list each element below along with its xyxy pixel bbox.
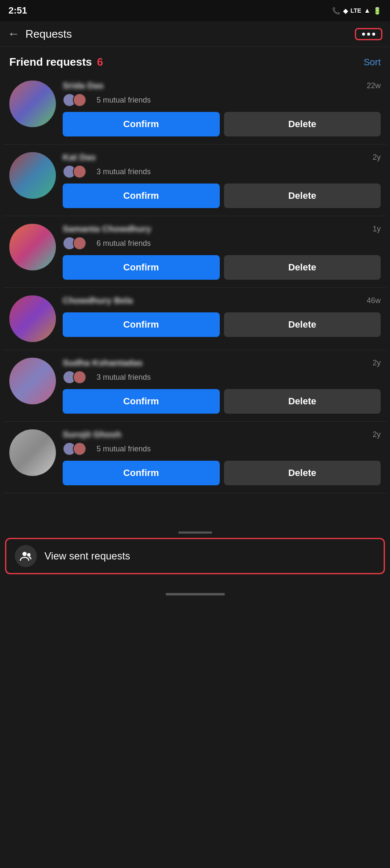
request-item-3: Samanta Chowdhury1y6 mutual friendsConfi…	[3, 216, 387, 288]
dot2	[367, 33, 370, 36]
sort-button[interactable]: Sort	[364, 57, 381, 68]
request-info-2: Kat Das2y3 mutual friendsConfirmDelete	[63, 152, 381, 208]
mutual-row-1: 5 mutual friends	[63, 93, 381, 107]
wifi-icon: ◆	[343, 7, 348, 15]
delete-button-1[interactable]: Delete	[224, 112, 381, 136]
mutual-text-2: 3 mutual friends	[97, 167, 151, 176]
more-dots	[362, 33, 375, 36]
mutual-avatar	[73, 442, 86, 456]
confirm-button-5[interactable]: Confirm	[63, 389, 220, 414]
request-time-6: 2y	[373, 430, 381, 439]
avatar-wrap-3	[9, 224, 56, 270]
mutual-avatar	[73, 165, 86, 178]
request-time-5: 2y	[373, 359, 381, 367]
svg-point-0	[22, 552, 27, 556]
mutual-avatar	[73, 93, 86, 107]
mutual-text-1: 5 mutual friends	[97, 96, 151, 105]
request-name-6: Surojit Ghosh	[63, 429, 122, 440]
mutual-row-6: 5 mutual friends	[63, 442, 381, 456]
delete-button-4[interactable]: Delete	[224, 312, 381, 337]
dot1	[362, 33, 365, 36]
svg-point-1	[27, 553, 30, 556]
confirm-button-6[interactable]: Confirm	[63, 461, 220, 485]
confirm-button-3[interactable]: Confirm	[63, 255, 220, 280]
mutual-text-3: 6 mutual friends	[97, 239, 151, 248]
request-actions-1: ConfirmDelete	[63, 112, 381, 136]
request-time-4: 46w	[367, 296, 381, 305]
dot3	[372, 33, 375, 36]
request-time-1: 22w	[367, 81, 381, 90]
avatar-wrap-5	[9, 358, 56, 404]
scroll-indicator	[0, 527, 390, 538]
request-list: Srida Das22w5 mutual friendsConfirmDelet…	[0, 73, 390, 493]
mutual-text-5: 3 mutual friends	[97, 373, 151, 382]
request-item-1: Srida Das22w5 mutual friendsConfirmDelet…	[3, 73, 387, 145]
home-bar	[166, 593, 225, 595]
friend-requests-label: Friend requests	[9, 56, 92, 69]
mutual-row-3: 6 mutual friends	[63, 236, 381, 250]
request-name-5: Sudha Kshantadas	[63, 358, 143, 368]
scroll-bar	[178, 531, 212, 534]
delete-button-5[interactable]: Delete	[224, 389, 381, 414]
delete-button-2[interactable]: Delete	[224, 184, 381, 208]
request-actions-2: ConfirmDelete	[63, 184, 381, 208]
bottom-spacer	[0, 493, 390, 527]
request-name-2: Kat Das	[63, 152, 96, 162]
avatar-wrap-4	[9, 295, 56, 342]
signal-icon: ▲	[364, 7, 371, 14]
request-item-6: Surojit Ghosh2y5 mutual friendsConfirmDe…	[3, 422, 387, 493]
mutual-avatar	[73, 370, 86, 384]
back-button[interactable]: ←	[8, 27, 19, 41]
avatar-wrap-2	[9, 152, 56, 199]
request-info-3: Samanta Chowdhury1y6 mutual friendsConfi…	[63, 224, 381, 280]
avatar-wrap-6	[9, 429, 56, 476]
request-info-5: Sudha Kshantadas2y3 mutual friendsConfir…	[63, 358, 381, 414]
request-info-4: Chowdhury Bela46wConfirmDelete	[63, 295, 381, 337]
view-sent-label: View sent requests	[44, 550, 130, 562]
view-sent-requests-button[interactable]: View sent requests	[5, 538, 385, 574]
mutual-row-5: 3 mutual friends	[63, 370, 381, 384]
status-time: 2:51	[8, 5, 27, 16]
request-name-1: Srida Das	[63, 81, 104, 91]
home-indicator	[0, 587, 390, 604]
phone-icon: 📞	[332, 7, 340, 15]
delete-button-3[interactable]: Delete	[224, 255, 381, 280]
more-options-button[interactable]	[355, 28, 382, 40]
request-time-2: 2y	[373, 153, 381, 162]
confirm-button-4[interactable]: Confirm	[63, 312, 220, 337]
confirm-button-2[interactable]: Confirm	[63, 184, 220, 208]
delete-button-6[interactable]: Delete	[224, 461, 381, 485]
requests-header: Friend requests 6 Sort	[0, 47, 390, 73]
status-bar: 2:51 📞 ◆ LTE ▲ 🔋	[0, 0, 390, 21]
request-item-5: Sudha Kshantadas2y3 mutual friendsConfir…	[3, 350, 387, 422]
confirm-button-1[interactable]: Confirm	[63, 112, 220, 136]
sent-requests-icon	[15, 545, 37, 567]
request-item-4: Chowdhury Bela46wConfirmDelete	[3, 288, 387, 350]
request-actions-6: ConfirmDelete	[63, 461, 381, 485]
avatar-wrap-1	[9, 81, 56, 127]
request-info-6: Surojit Ghosh2y5 mutual friendsConfirmDe…	[63, 429, 381, 485]
request-name-4: Chowdhury Bela	[63, 295, 133, 306]
top-nav: ← Requests	[0, 21, 390, 47]
request-time-3: 1y	[373, 225, 381, 234]
page-title: Requests	[25, 28, 72, 41]
request-actions-3: ConfirmDelete	[63, 255, 381, 280]
status-icons: 📞 ◆ LTE ▲ 🔋	[332, 7, 382, 15]
mutual-text-6: 5 mutual friends	[97, 445, 151, 453]
friend-requests-count: 6	[97, 56, 103, 69]
mutual-avatar	[73, 236, 86, 250]
battery-icon: 🔋	[373, 7, 382, 15]
request-actions-5: ConfirmDelete	[63, 389, 381, 414]
mutual-row-2: 3 mutual friends	[63, 165, 381, 178]
request-name-3: Samanta Chowdhury	[63, 224, 151, 234]
request-actions-4: ConfirmDelete	[63, 312, 381, 337]
request-item-2: Kat Das2y3 mutual friendsConfirmDelete	[3, 145, 387, 216]
nav-left: ← Requests	[8, 27, 72, 41]
request-info-1: Srida Das22w5 mutual friendsConfirmDelet…	[63, 81, 381, 136]
requests-title-group: Friend requests 6	[9, 56, 103, 69]
lte-icon: LTE	[351, 7, 361, 14]
